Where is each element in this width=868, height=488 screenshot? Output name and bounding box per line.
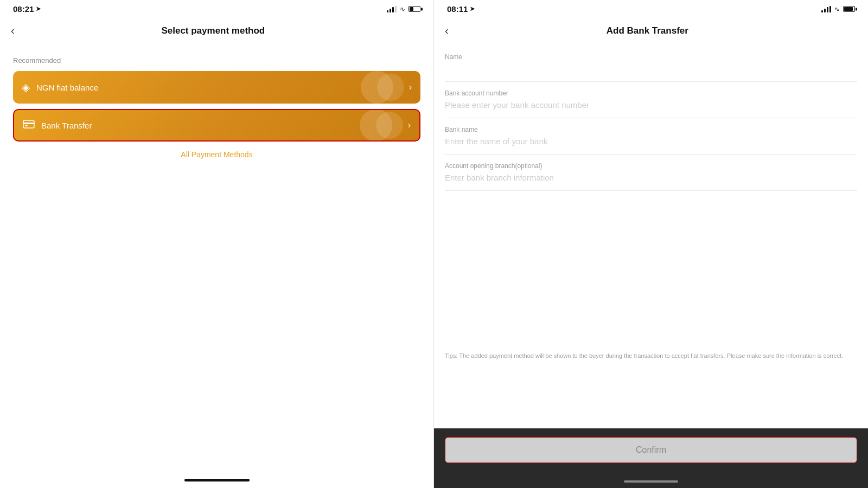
left-time-text: 08:21 <box>13 4 34 14</box>
left-phone-panel: 08:21 ➤ ∿ ‹ Select payment method Recomm… <box>0 0 434 488</box>
bank-card-left: Bank Transfer <box>23 120 92 131</box>
ngn-icon: ◈ <box>22 81 30 94</box>
form-section: Name Bank account number Bank name Accou… <box>434 46 868 191</box>
left-page-title: Select payment method <box>19 25 407 36</box>
left-signal-icon <box>387 6 397 12</box>
left-battery-icon <box>409 6 420 12</box>
right-nav-arrow-icon: ➤ <box>470 5 475 12</box>
name-input[interactable] <box>445 64 857 73</box>
name-label: Name <box>445 53 857 61</box>
ngn-fiat-balance-card[interactable]: ◈ NGN fiat balance › <box>13 71 420 104</box>
tips-section: Tips: The added payment method will be s… <box>434 343 868 369</box>
ngn-chevron-icon: › <box>409 82 412 92</box>
right-signal-icon <box>821 6 831 12</box>
right-home-indicator <box>434 476 868 488</box>
right-status-icons: ∿ <box>821 5 855 13</box>
bank-account-number-input[interactable] <box>445 100 857 110</box>
right-home-bar <box>624 480 678 483</box>
right-nav-header: ‹ Add Bank Transfer <box>434 16 868 46</box>
left-home-indicator <box>0 474 433 488</box>
branch-field: Account opening branch(optional) <box>445 155 857 191</box>
right-time: 08:11 ➤ <box>447 4 475 14</box>
right-status-bar: 08:11 ➤ ∿ <box>434 0 868 16</box>
bank-transfer-card[interactable]: Bank Transfer › <box>13 109 420 142</box>
bank-transfer-icon <box>23 120 35 131</box>
bank-name-field: Bank name <box>445 118 857 155</box>
bank-transfer-label: Bank Transfer <box>41 121 92 130</box>
branch-label: Account opening branch(optional) <box>445 162 857 170</box>
bank-account-number-field: Bank account number <box>445 82 857 118</box>
ngn-card-label: NGN fiat balance <box>36 83 98 92</box>
right-page-title: Add Bank Transfer <box>453 25 842 36</box>
bottom-action-area: Confirm <box>434 428 868 476</box>
bank-name-input[interactable] <box>445 137 857 146</box>
tips-text: Tips: The added payment method will be s… <box>445 351 857 361</box>
left-status-bar: 08:21 ➤ ∿ <box>0 0 433 16</box>
left-back-button[interactable]: ‹ <box>11 22 19 39</box>
ngn-card-left: ◈ NGN fiat balance <box>22 81 98 94</box>
confirm-button[interactable]: Confirm <box>445 437 857 463</box>
svg-rect-2 <box>25 125 28 126</box>
left-home-bar <box>184 479 250 481</box>
right-battery-icon <box>843 6 855 12</box>
left-status-icons: ∿ <box>387 5 420 13</box>
bank-account-number-label: Bank account number <box>445 89 857 97</box>
all-payment-methods-link[interactable]: All Payment Methods <box>13 150 420 159</box>
svg-rect-1 <box>23 123 34 124</box>
left-content-area: Recommended ◈ NGN fiat balance › <box>0 46 433 474</box>
left-nav-header: ‹ Select payment method <box>0 16 433 46</box>
right-content-area: Name Bank account number Bank name Accou… <box>434 46 868 428</box>
right-wifi-icon: ∿ <box>834 5 840 13</box>
recommended-label: Recommended <box>13 56 420 65</box>
left-wifi-icon: ∿ <box>400 5 405 13</box>
name-field: Name <box>445 46 857 82</box>
form-spacer <box>434 191 868 343</box>
right-back-button[interactable]: ‹ <box>445 22 453 39</box>
left-time: 08:21 ➤ <box>13 4 41 14</box>
bank-name-label: Bank name <box>445 126 857 133</box>
right-phone-panel: 08:11 ➤ ∿ ‹ Add Bank Transfer Name <box>434 0 868 488</box>
left-nav-arrow-icon: ➤ <box>36 5 41 12</box>
branch-input[interactable] <box>445 173 857 182</box>
bank-chevron-icon: › <box>408 120 411 130</box>
right-time-text: 08:11 <box>447 4 468 14</box>
